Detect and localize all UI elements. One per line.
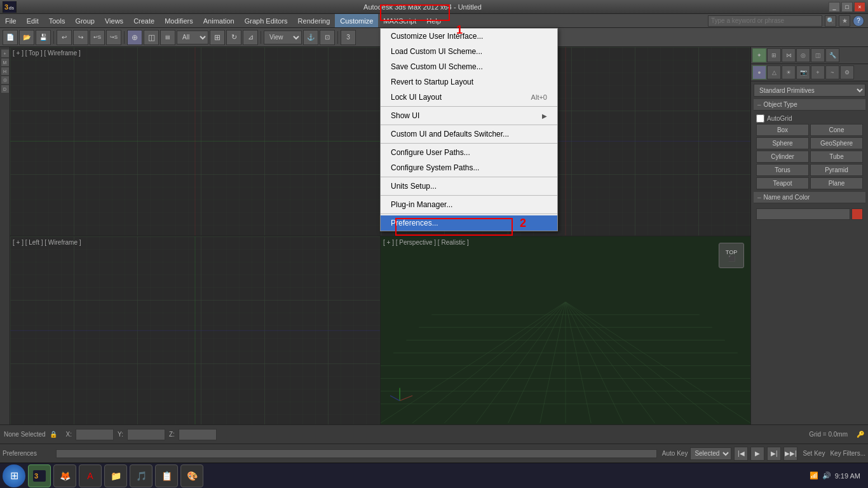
geometry-icon[interactable]: ● xyxy=(752,65,766,79)
last-frame-button[interactable]: ▶▶| xyxy=(783,447,797,461)
utilities-panel-icon[interactable]: 🔧 xyxy=(825,48,839,62)
x-field[interactable] xyxy=(76,429,114,440)
cone-button[interactable]: Cone xyxy=(810,124,863,136)
viewport-top[interactable]: [ + ] [ Top ] [ Wireframe ] xyxy=(10,47,380,236)
maximize-button[interactable]: □ xyxy=(841,2,853,12)
revert-layout-item[interactable]: Revert to Startup Layout xyxy=(381,74,557,90)
object-name-input[interactable] xyxy=(756,208,850,220)
lights-icon[interactable]: ☀ xyxy=(782,65,796,79)
ref-coord-button[interactable]: ⚓ xyxy=(303,30,318,45)
tube-button[interactable]: Tube xyxy=(810,151,863,163)
pyramid-button[interactable]: Pyramid xyxy=(810,164,863,176)
taskbar-app-paint[interactable]: 🎨 xyxy=(180,464,203,487)
filter-dropdown[interactable]: All xyxy=(177,30,208,44)
minimize-button[interactable]: _ xyxy=(829,2,840,12)
select-object-button[interactable]: ⊕ xyxy=(127,30,142,45)
display-icon[interactable]: D xyxy=(1,85,9,93)
viewport-left[interactable]: [ + ] [ Left ] [ Wireframe ] xyxy=(10,236,380,425)
menu-rendering[interactable]: Rendering xyxy=(293,14,336,27)
menu-tools[interactable]: Tools xyxy=(44,14,71,27)
capture-button[interactable]: 3 xyxy=(341,30,356,45)
start-button[interactable]: ⊞ xyxy=(3,464,25,487)
help-icon[interactable]: ? xyxy=(853,15,864,27)
y-field[interactable] xyxy=(127,429,165,440)
shapes-icon[interactable]: △ xyxy=(767,65,781,79)
menu-group[interactable]: Group xyxy=(70,14,100,27)
modify-panel-icon[interactable]: ⊞ xyxy=(767,48,781,62)
save-button[interactable]: 💾 xyxy=(36,30,51,45)
torus-button[interactable]: Torus xyxy=(756,164,809,176)
units-setup-item[interactable]: Units Setup... xyxy=(381,179,557,194)
close-button[interactable]: × xyxy=(854,2,865,12)
z-field[interactable] xyxy=(179,429,217,440)
select-region-button[interactable]: ◫ xyxy=(144,30,159,45)
create-icon[interactable]: + xyxy=(1,50,9,57)
redo-button[interactable]: ↪ xyxy=(73,30,88,45)
object-type-minus[interactable]: – xyxy=(757,101,761,108)
menu-grapheditors[interactable]: Graph Editors xyxy=(240,14,293,27)
create-panel-icon[interactable]: ✦ xyxy=(752,48,766,62)
new-button[interactable]: 📄 xyxy=(3,30,18,45)
menu-maxscript[interactable]: MAXScript xyxy=(378,14,421,27)
spacewarps-icon[interactable]: ~ xyxy=(825,65,839,79)
systems-icon[interactable]: ⚙ xyxy=(840,65,854,79)
autogrid-checkbox[interactable] xyxy=(756,114,764,123)
taskbar-app-acrobat[interactable]: A xyxy=(79,464,102,487)
viewcube[interactable]: TOP⬛ xyxy=(719,243,744,268)
timeline-slider[interactable] xyxy=(56,449,657,458)
geosphere-button[interactable]: GeoSphere xyxy=(810,137,863,149)
taskbar-app-firefox[interactable]: 🦊 xyxy=(53,464,76,487)
motion-panel-icon[interactable]: ◎ xyxy=(796,48,810,62)
modify-icon[interactable]: M xyxy=(1,58,9,66)
preferences-item[interactable]: Preferences... xyxy=(381,215,557,231)
scale-button[interactable]: ⊿ xyxy=(243,30,258,45)
bookmark-icon[interactable]: ★ xyxy=(839,15,850,27)
menu-create[interactable]: Create xyxy=(128,14,159,27)
play-button[interactable]: ▶ xyxy=(750,447,764,461)
redo-scene-button[interactable]: ↪S xyxy=(106,30,121,45)
lock-ui-item[interactable]: Lock UI Layout Alt+0 xyxy=(381,90,557,105)
customize-ui-item[interactable]: Customize User Interface... xyxy=(381,29,557,44)
prev-frame-button[interactable]: |◀ xyxy=(734,447,748,461)
viewport-perspective[interactable]: [ + ] [ Perspective ] [ Realistic ] xyxy=(381,236,750,425)
load-ui-item[interactable]: Load Custom UI Scheme... xyxy=(381,44,557,59)
cylinder-button[interactable]: Cylinder xyxy=(756,151,809,163)
configure-system-item[interactable]: Configure System Paths... xyxy=(381,160,557,175)
search-input[interactable] xyxy=(708,15,822,27)
sphere-button[interactable]: Sphere xyxy=(756,137,809,149)
motion-icon[interactable]: ◎ xyxy=(1,76,9,84)
menu-modifiers[interactable]: Modifiers xyxy=(159,14,198,27)
taskbar-app-clipboard[interactable]: 📋 xyxy=(155,464,178,487)
menu-edit[interactable]: Edit xyxy=(22,14,44,27)
undo-button[interactable]: ↩ xyxy=(57,30,72,45)
save-ui-item[interactable]: Save Custom UI Scheme... xyxy=(381,59,557,74)
taskbar-app-music[interactable]: 🎵 xyxy=(130,464,153,487)
hierarchy-panel-icon[interactable]: ⋈ xyxy=(782,48,796,62)
show-ui-item[interactable]: Show UI ▶ xyxy=(381,108,557,123)
menu-views[interactable]: Views xyxy=(100,14,128,27)
open-button[interactable]: 📂 xyxy=(19,30,34,45)
display-panel-icon[interactable]: ◫ xyxy=(811,48,825,62)
cameras-icon[interactable]: 📷 xyxy=(796,65,810,79)
teapot-button[interactable]: Teapot xyxy=(756,177,809,189)
search-icon[interactable]: 🔍 xyxy=(825,15,836,27)
move-button[interactable]: ⊞ xyxy=(210,30,225,45)
rotate-button[interactable]: ↻ xyxy=(226,30,241,45)
view-dropdown[interactable]: View xyxy=(264,30,302,44)
standard-primitives-dropdown[interactable]: Standard Primitives xyxy=(754,84,865,97)
undo-scene-button[interactable]: ↩S xyxy=(90,30,105,45)
taskbar-app-3dsmax[interactable]: 3 xyxy=(28,464,51,487)
plugin-manager-item[interactable]: Plug-in Manager... xyxy=(381,197,557,212)
selection-filter-button[interactable]: ▤ xyxy=(160,30,175,45)
custom-defaults-item[interactable]: Custom UI and Defaults Switcher... xyxy=(381,126,557,142)
next-frame-button[interactable]: ▶| xyxy=(767,447,781,461)
menu-customize[interactable]: Customize xyxy=(335,14,378,27)
color-swatch[interactable] xyxy=(851,208,863,220)
menu-help[interactable]: Help xyxy=(421,14,446,27)
taskbar-app-folder[interactable]: 📁 xyxy=(104,464,127,487)
helpers-icon[interactable]: + xyxy=(811,65,825,79)
menu-animation[interactable]: Animation xyxy=(198,14,240,27)
menu-file[interactable]: File xyxy=(0,14,22,27)
plane-button[interactable]: Plane xyxy=(810,177,863,189)
name-color-minus[interactable]: – xyxy=(757,194,761,201)
